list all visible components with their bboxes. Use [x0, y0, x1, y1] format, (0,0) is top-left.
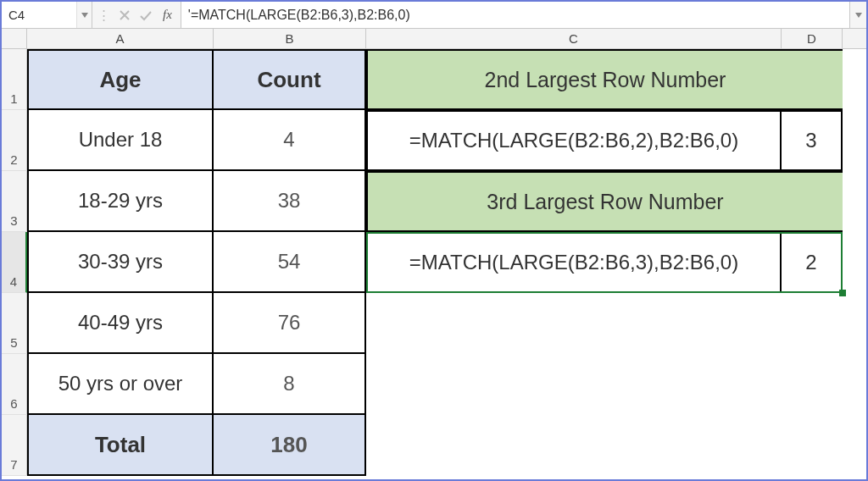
- cell-A3[interactable]: 18-29 yrs: [27, 171, 214, 232]
- col-header-A[interactable]: A: [27, 29, 214, 48]
- cell-B6[interactable]: 8: [214, 354, 366, 415]
- col-header-C[interactable]: C: [366, 29, 782, 48]
- name-box-wrap: C4: [2, 2, 92, 28]
- grid-row: 3 18-29 yrs 38 3rd Largest Row Number: [2, 171, 866, 232]
- cell-C3[interactable]: 3rd Largest Row Number: [366, 171, 843, 232]
- cell-A4[interactable]: 30-39 yrs: [27, 232, 214, 293]
- cell-C4[interactable]: =MATCH(LARGE(B2:B6,3),B2:B6,0): [366, 232, 782, 293]
- row-header[interactable]: 2: [2, 110, 27, 171]
- formula-input[interactable]: '=MATCH(LARGE(B2:B6,3),B2:B6,0): [181, 2, 849, 28]
- cell-A2[interactable]: Under 18: [27, 110, 214, 171]
- cell-C2[interactable]: =MATCH(LARGE(B2:B6,2),B2:B6,0): [366, 110, 782, 171]
- grid-row: 4 30-39 yrs 54 =MATCH(LARGE(B2:B6,3),B2:…: [2, 232, 866, 293]
- cell-A5[interactable]: 40-49 yrs: [27, 293, 214, 354]
- cell-D2[interactable]: 3: [782, 110, 843, 171]
- col-header-D[interactable]: D: [782, 29, 843, 48]
- chevron-down-icon: [855, 13, 862, 18]
- grid-row: 2 Under 18 4 =MATCH(LARGE(B2:B6,2),B2:B6…: [2, 110, 866, 171]
- chevron-down-icon: [81, 13, 88, 18]
- row-header[interactable]: 5: [2, 293, 27, 354]
- cell-B4[interactable]: 54: [214, 232, 366, 293]
- cell-B3[interactable]: 38: [214, 171, 366, 232]
- cell-D4[interactable]: 2: [782, 232, 843, 293]
- formula-bar: C4 ⋮ fx '=MATCH(LARGE(B2:B6,3),B2:B6,0): [2, 2, 866, 29]
- row-header[interactable]: 6: [2, 354, 27, 415]
- worksheet: A B C D 1 Age Count 2nd Largest Row Numb…: [2, 29, 866, 479]
- select-all-corner[interactable]: [2, 29, 27, 48]
- cell-A6[interactable]: 50 yrs or over: [27, 354, 214, 415]
- cell-C6[interactable]: [366, 354, 782, 415]
- cell-B7[interactable]: 180: [214, 415, 366, 476]
- cell-C1[interactable]: 2nd Largest Row Number: [366, 49, 843, 110]
- grid-row: 5 40-49 yrs 76: [2, 293, 866, 354]
- cell-D6[interactable]: [782, 354, 843, 415]
- cell-D7[interactable]: [782, 415, 843, 476]
- grid-row: 6 50 yrs or over 8: [2, 354, 866, 415]
- divider-icon: ⋮: [97, 8, 110, 23]
- fx-icon[interactable]: fx: [161, 8, 175, 22]
- cell-A7[interactable]: Total: [27, 415, 214, 476]
- row-header[interactable]: 7: [2, 415, 27, 476]
- column-headers: A B C D: [2, 29, 866, 49]
- row-header[interactable]: 1: [2, 49, 27, 110]
- cell-B2[interactable]: 4: [214, 110, 366, 171]
- cell-C7[interactable]: [366, 415, 782, 476]
- col-header-B[interactable]: B: [214, 29, 366, 48]
- row-header[interactable]: 4: [2, 232, 27, 293]
- cell-B1[interactable]: Count: [214, 49, 366, 110]
- name-box-dropdown[interactable]: [76, 2, 92, 28]
- grid-row: 1 Age Count 2nd Largest Row Number: [2, 49, 866, 110]
- grid-row: 7 Total 180: [2, 415, 866, 476]
- formula-bar-expand[interactable]: [849, 2, 866, 28]
- name-box[interactable]: C4: [2, 8, 76, 22]
- cell-D5[interactable]: [782, 293, 843, 354]
- grid-rows: 1 Age Count 2nd Largest Row Number 2 Und…: [2, 49, 866, 476]
- cancel-icon[interactable]: [119, 9, 131, 21]
- row-header[interactable]: 3: [2, 171, 27, 232]
- enter-icon[interactable]: [139, 9, 153, 21]
- cell-B5[interactable]: 76: [214, 293, 366, 354]
- cell-A1[interactable]: Age: [27, 49, 214, 110]
- cell-C5[interactable]: [366, 293, 782, 354]
- formula-actions: ⋮ fx: [92, 2, 181, 28]
